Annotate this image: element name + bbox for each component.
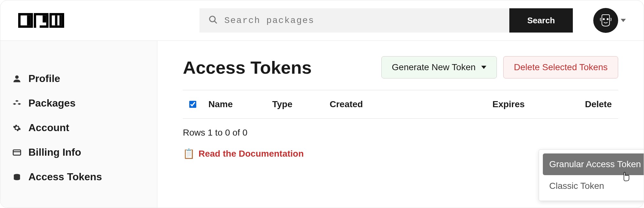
generate-button-label: Generate New Token <box>392 62 476 72</box>
clipboard-icon: 📋 <box>183 148 195 159</box>
dropdown-option-classic[interactable]: Classic Token <box>543 175 644 197</box>
sidebar: Profile Packages Account Billing Info <box>0 41 157 208</box>
chevron-down-icon <box>481 66 486 69</box>
user-icon <box>12 75 22 83</box>
svg-point-13 <box>603 19 604 20</box>
sidebar-item-label: Access Tokens <box>28 171 102 183</box>
svg-rect-2 <box>27 15 31 25</box>
table-header-row: Name Type Created Expires Delete <box>183 90 618 119</box>
svg-rect-9 <box>55 15 57 25</box>
user-menu[interactable] <box>593 8 626 33</box>
header: Search <box>0 0 644 41</box>
doc-link-label: Read the Documentation <box>198 149 304 159</box>
cubes-icon <box>12 99 22 108</box>
search-box[interactable] <box>199 8 509 33</box>
sidebar-item-label: Packages <box>28 97 76 109</box>
sidebar-item-packages[interactable]: Packages <box>12 91 157 115</box>
npm-logo[interactable] <box>18 11 64 29</box>
sidebar-item-label: Billing Info <box>28 146 81 158</box>
coins-icon <box>12 173 22 181</box>
svg-line-12 <box>214 21 217 24</box>
generate-token-dropdown: Granular Access Token Classic Token <box>539 149 644 201</box>
svg-point-14 <box>607 19 608 20</box>
rows-summary: Rows 1 to 0 of 0 <box>183 119 618 138</box>
svg-rect-5 <box>36 15 40 28</box>
column-header-expires: Expires <box>492 99 585 109</box>
svg-point-11 <box>210 16 215 22</box>
sidebar-item-label: Profile <box>28 73 60 85</box>
page-title: Access Tokens <box>183 57 375 78</box>
search-input[interactable] <box>224 16 500 26</box>
svg-rect-16 <box>13 150 20 155</box>
sidebar-item-access-tokens[interactable]: Access Tokens <box>12 165 157 189</box>
search-form: Search <box>199 8 573 33</box>
gear-icon <box>12 124 22 132</box>
column-header-type: Type <box>272 99 330 109</box>
delete-selected-tokens-button[interactable]: Delete Selected Tokens <box>503 56 618 78</box>
search-button[interactable]: Search <box>509 8 573 33</box>
main-content: Access Tokens Generate New Token Delete … <box>157 41 644 208</box>
sidebar-item-label: Account <box>28 122 69 134</box>
search-icon <box>208 15 218 26</box>
column-header-name: Name <box>208 99 272 109</box>
dropdown-option-granular[interactable]: Granular Access Token <box>543 153 644 175</box>
select-all-checkbox[interactable] <box>189 101 196 108</box>
column-header-created: Created <box>330 99 492 109</box>
avatar <box>593 8 618 33</box>
sidebar-item-account[interactable]: Account <box>12 115 157 140</box>
svg-point-15 <box>15 75 19 79</box>
svg-rect-6 <box>43 15 46 22</box>
column-header-delete: Delete <box>585 99 612 109</box>
generate-new-token-button[interactable]: Generate New Token <box>381 56 497 78</box>
sidebar-item-billing[interactable]: Billing Info <box>12 140 157 165</box>
chevron-down-icon <box>621 19 626 22</box>
sidebar-item-profile[interactable]: Profile <box>12 66 157 91</box>
credit-card-icon <box>12 148 22 157</box>
svg-rect-10 <box>59 15 62 25</box>
